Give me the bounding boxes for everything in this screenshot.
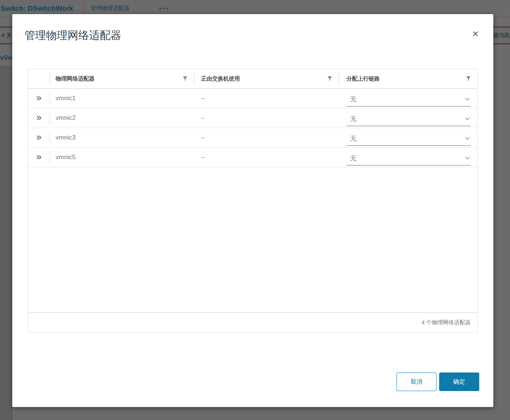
- dialog-title: 管理物理网络适配器: [24, 28, 121, 43]
- uplink-select[interactable]: 无: [346, 95, 471, 106]
- table-row: » vmnic2 -- 无: [28, 108, 477, 128]
- header-physical-adapter: 物理网络适配器: [50, 69, 194, 88]
- table-header-row: 物理网络适配器 正由交换机使用 分配上行链路: [28, 69, 477, 89]
- adapter-name: vmnic2: [56, 114, 76, 122]
- column-divider: [339, 72, 339, 85]
- expand-row-icon[interactable]: »: [36, 93, 42, 102]
- ok-button[interactable]: 确定: [439, 373, 479, 391]
- uplink-selected-value: 无: [350, 115, 356, 123]
- in-use-value: --: [201, 134, 205, 141]
- uplink-cell: 无: [339, 148, 477, 167]
- header-expand-column: [28, 69, 50, 88]
- uplink-select[interactable]: 无: [346, 115, 471, 126]
- chevron-down-icon: [465, 115, 470, 120]
- adapter-cell: vmnic2: [50, 108, 194, 128]
- in-use-value: --: [201, 95, 205, 102]
- uplink-select[interactable]: 无: [346, 134, 471, 146]
- in-use-value: --: [201, 115, 205, 121]
- adapter-count: 4 个物理网络适配器: [421, 319, 471, 326]
- chevron-down-icon: [465, 135, 470, 140]
- table-row: » vmnic1 -- 无: [28, 89, 477, 108]
- header-label: 正由交换机使用: [201, 75, 240, 82]
- row-expand-cell: »: [28, 108, 50, 128]
- uplink-selected-value: 无: [350, 154, 356, 163]
- expand-row-icon[interactable]: »: [36, 132, 42, 142]
- expand-row-icon[interactable]: »: [36, 152, 42, 161]
- table-row: » vmnic3 -- 无: [28, 128, 477, 148]
- in-use-cell: --: [194, 89, 339, 108]
- header-label: 分配上行链路: [346, 75, 380, 82]
- cancel-button[interactable]: 取消: [397, 373, 437, 391]
- uplink-cell: 无: [339, 128, 477, 147]
- in-use-cell: --: [194, 148, 339, 167]
- header-label: 物理网络适配器: [56, 75, 95, 82]
- manage-physical-adapters-dialog: 管理物理网络适配器 ✕ 物理网络适配器 正由交换机使用 分配上行链路: [12, 14, 493, 407]
- column-divider: [194, 72, 194, 85]
- uplink-selected-value: 无: [350, 95, 356, 104]
- adapter-cell: vmnic1: [50, 89, 194, 108]
- row-expand-cell: »: [28, 89, 50, 108]
- uplink-selected-value: 无: [350, 134, 356, 143]
- uplink-cell: 无: [339, 108, 477, 128]
- adapter-cell: vmnic5: [50, 148, 194, 167]
- filter-icon[interactable]: [183, 76, 187, 81]
- row-expand-cell: »: [28, 148, 50, 167]
- header-assign-uplink: 分配上行链路: [339, 69, 477, 88]
- in-use-cell: --: [194, 128, 339, 147]
- table-row: » vmnic5 -- 无: [28, 148, 477, 167]
- column-divider: [50, 131, 50, 145]
- row-expand-cell: »: [28, 128, 50, 147]
- adapter-name: vmnic1: [56, 95, 76, 102]
- filter-icon[interactable]: [466, 76, 471, 81]
- uplink-cell: 无: [339, 89, 477, 108]
- filter-icon[interactable]: [328, 76, 332, 81]
- adapter-cell: vmnic3: [50, 128, 194, 147]
- expand-row-icon[interactable]: »: [36, 113, 42, 122]
- in-use-cell: --: [194, 108, 339, 128]
- adapters-table: 物理网络适配器 正由交换机使用 分配上行链路 » vmnic1: [28, 69, 478, 333]
- uplink-select[interactable]: 无: [346, 154, 471, 165]
- chevron-down-icon: [465, 155, 470, 160]
- adapter-name: vmnic3: [56, 134, 76, 141]
- table-empty-area: [28, 167, 477, 312]
- column-divider: [50, 91, 50, 105]
- adapter-name: vmnic5: [56, 154, 76, 161]
- table-footer: 4 个物理网络适配器: [28, 312, 477, 332]
- column-divider: [50, 111, 50, 125]
- column-divider: [50, 72, 50, 85]
- chevron-down-icon: [465, 96, 470, 101]
- header-in-use-by-switch: 正由交换机使用: [194, 69, 339, 88]
- in-use-value: --: [201, 154, 205, 161]
- column-divider: [50, 150, 50, 164]
- close-icon[interactable]: ✕: [470, 29, 481, 39]
